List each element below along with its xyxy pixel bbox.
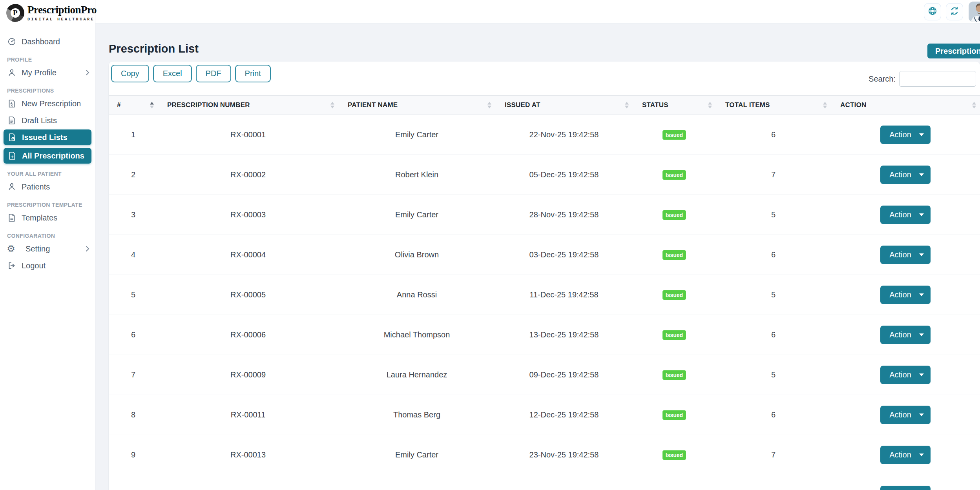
patient-name-cell: Emily Carter bbox=[338, 115, 495, 155]
sidebar-item-label: Issued Lists bbox=[22, 133, 68, 142]
sidebar-section-your-all-patient: YOUR ALL PATIENT bbox=[7, 171, 95, 177]
sidebar-item-dashboard[interactable]: Dashboard bbox=[0, 34, 95, 49]
caret-down-icon bbox=[919, 173, 924, 176]
action-dropdown-button[interactable]: Action bbox=[880, 246, 931, 264]
sidebar-section-prescription-template: PRESCRIPTION TEMPLATE bbox=[7, 202, 95, 208]
prescription-number-cell: RX-00005 bbox=[158, 275, 338, 315]
brand-name: PrescriptionPro bbox=[27, 5, 97, 15]
total-items-cell: 6 bbox=[716, 235, 831, 275]
sidebar-item-label: My Profile bbox=[22, 68, 57, 77]
patient-name-cell: Emily Carter bbox=[338, 435, 495, 475]
sort-icon bbox=[972, 102, 976, 109]
print-button[interactable]: Print bbox=[235, 65, 271, 82]
sidebar-item-templates[interactable]: Templates bbox=[0, 210, 95, 226]
file-plus-icon bbox=[7, 151, 17, 160]
caret-down-icon bbox=[919, 253, 924, 256]
prescription-number-cell: RX-00003 bbox=[158, 195, 338, 235]
action-dropdown-button[interactable]: Action bbox=[880, 366, 931, 384]
sidebar-item-draft-lists[interactable]: Draft Lists bbox=[0, 113, 95, 128]
prescription-number-cell: RX-00002 bbox=[158, 155, 338, 195]
patient-name-cell: Thomas Berg bbox=[338, 395, 495, 435]
user-icon bbox=[7, 68, 16, 77]
prescription-number-cell: RX-00006 bbox=[158, 315, 338, 355]
issued-at-cell: 05-Dec-25 19:42:58 bbox=[495, 155, 633, 195]
pdf-button[interactable]: PDF bbox=[196, 65, 231, 82]
sidebar-item-new-prescription[interactable]: New Prescription bbox=[0, 96, 95, 111]
action-dropdown-button[interactable]: Action bbox=[880, 486, 931, 490]
issued-at-cell: 12-Dec-25 19:42:58 bbox=[495, 395, 633, 435]
row-index: 6 bbox=[109, 315, 158, 355]
row-index: 2 bbox=[109, 155, 158, 195]
action-dropdown-button[interactable]: Action bbox=[880, 446, 931, 464]
sidebar-item-label: Logout bbox=[22, 261, 46, 270]
sidebar-item-label: Draft Lists bbox=[22, 116, 57, 125]
sidebar-section-profile: PROFILE bbox=[7, 56, 95, 63]
total-items-cell: 6 bbox=[716, 475, 831, 490]
column-header-index[interactable]: # bbox=[109, 96, 158, 115]
sidebar-item-logout[interactable]: Logout bbox=[0, 258, 95, 273]
prescription-number-cell: RX-00015 bbox=[158, 475, 338, 490]
language-globe-button[interactable] bbox=[924, 3, 941, 20]
action-dropdown-button[interactable]: Action bbox=[880, 166, 931, 184]
action-dropdown-button[interactable]: Action bbox=[880, 206, 931, 224]
column-header-issued-at[interactable]: ISSUED AT bbox=[495, 96, 633, 115]
file-check-icon bbox=[7, 133, 17, 142]
prescription-list-card: Copy Excel PDF Print Search: # PRESCRIPT… bbox=[109, 62, 980, 490]
issued-at-cell: 13-Dec-25 19:42:58 bbox=[495, 315, 633, 355]
table-toolbar: Copy Excel PDF Print Search: bbox=[109, 62, 980, 95]
row-index: 10 bbox=[109, 475, 158, 490]
sort-icon bbox=[330, 102, 334, 109]
status-badge: Issued bbox=[662, 330, 686, 340]
prescription-number-cell: RX-00009 bbox=[158, 355, 338, 395]
sidebar-item-setting[interactable]: ⚙ Setting bbox=[0, 241, 95, 257]
status-cell: Issued bbox=[633, 315, 716, 355]
action-dropdown-button[interactable]: Action bbox=[880, 126, 931, 144]
file-rx-icon bbox=[7, 99, 16, 108]
action-dropdown-button[interactable]: Action bbox=[880, 286, 931, 304]
status-cell: Issued bbox=[633, 355, 716, 395]
action-dropdown-button[interactable]: Action bbox=[880, 406, 931, 424]
column-header-status[interactable]: STATUS bbox=[633, 96, 716, 115]
row-index: 9 bbox=[109, 435, 158, 475]
column-header-action[interactable]: ACTION bbox=[831, 96, 980, 115]
patient-name-cell: Michael Thompson bbox=[338, 315, 495, 355]
status-cell: Issued bbox=[633, 435, 716, 475]
status-cell: Issued bbox=[633, 195, 716, 235]
brand-logo[interactable]: P PrescriptionPro DIGITAL HEALTHCARE bbox=[0, 0, 95, 24]
sidebar-item-my-profile[interactable]: My Profile bbox=[0, 65, 95, 80]
excel-button[interactable]: Excel bbox=[153, 65, 192, 82]
issued-at-cell: 26-Nov-25 19:42:58 bbox=[495, 475, 633, 490]
row-index: 7 bbox=[109, 355, 158, 395]
caret-down-icon bbox=[919, 454, 924, 456]
status-badge: Issued bbox=[662, 290, 686, 300]
row-index: 1 bbox=[109, 115, 158, 155]
table-row: 2 RX-00002 Robert Klein 05-Dec-25 19:42:… bbox=[109, 155, 980, 195]
user-avatar[interactable] bbox=[969, 2, 980, 22]
search-input[interactable] bbox=[899, 71, 976, 87]
sidebar-item-label: Templates bbox=[22, 213, 57, 222]
action-cell: Action bbox=[831, 435, 980, 475]
brand-tagline: DIGITAL HEALTHCARE bbox=[27, 17, 97, 22]
action-dropdown-button[interactable]: Action bbox=[880, 326, 931, 344]
column-header-total-items[interactable]: TOTAL ITEMS bbox=[716, 96, 831, 115]
refresh-button[interactable] bbox=[946, 3, 963, 20]
sidebar: P PrescriptionPro DIGITAL HEALTHCARE Das… bbox=[0, 0, 95, 490]
prescription-number-cell: RX-00013 bbox=[158, 435, 338, 475]
copy-button[interactable]: Copy bbox=[111, 65, 149, 82]
column-header-patient-name[interactable]: PATIENT NAME bbox=[338, 96, 495, 115]
total-items-cell: 5 bbox=[716, 195, 831, 235]
action-cell: Action bbox=[831, 315, 980, 355]
gear-icon: ⚙ bbox=[6, 244, 16, 253]
column-header-prescription-number[interactable]: PRESCRIPTION NUMBER bbox=[158, 96, 338, 115]
sidebar-item-all-prescriptions[interactable]: All Prescriptions bbox=[4, 148, 91, 164]
status-cell: Issued bbox=[633, 115, 716, 155]
sidebar-item-issued-lists[interactable]: Issued Lists bbox=[4, 129, 91, 145]
sidebar-item-patients[interactable]: Patients bbox=[0, 179, 95, 195]
issued-at-cell: 22-Nov-25 19:42:58 bbox=[495, 115, 633, 155]
file-lines-icon bbox=[7, 116, 16, 125]
total-items-cell: 7 bbox=[716, 435, 831, 475]
prescription-number-cell: RX-00011 bbox=[158, 395, 338, 435]
status-badge: Issued bbox=[662, 130, 686, 140]
total-items-cell: 7 bbox=[716, 155, 831, 195]
prescription-create-button[interactable]: Prescription Create bbox=[927, 44, 980, 58]
